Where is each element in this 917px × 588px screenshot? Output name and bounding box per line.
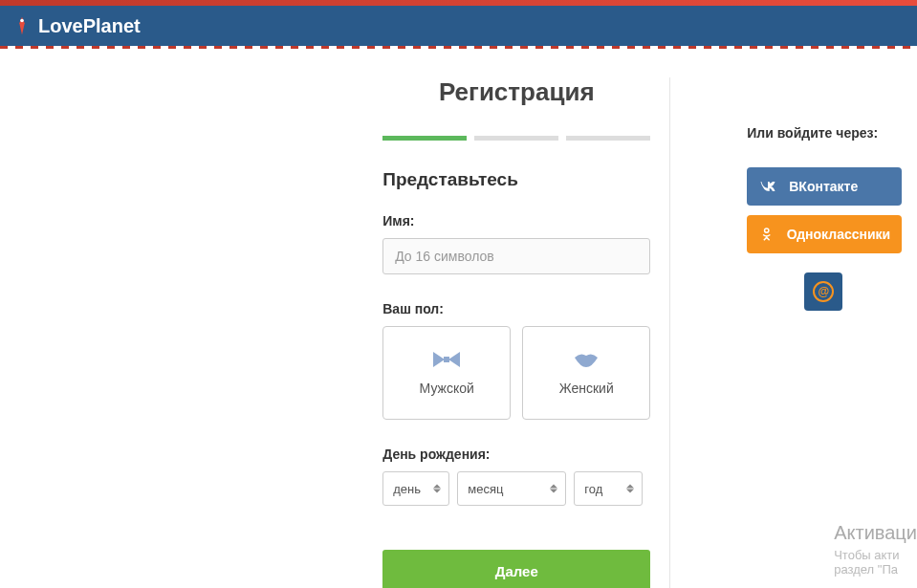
next-button[interactable]: Далее — [382, 550, 650, 588]
vk-label: ВКонтакте — [789, 179, 858, 194]
bowtie-icon — [431, 350, 462, 369]
vk-login-button[interactable]: ВКонтакте — [747, 167, 902, 206]
dob-label: День рождения: — [382, 446, 650, 462]
progress-step-1 — [382, 136, 467, 141]
svg-rect-1 — [444, 357, 449, 362]
progress-steps — [382, 136, 650, 141]
svg-point-2 — [765, 229, 769, 232]
chevron-updown-icon — [626, 485, 634, 493]
month-select[interactable]: месяц — [457, 471, 566, 506]
gender-male-option[interactable]: Мужской — [382, 326, 511, 420]
gender-label: Ваш пол: — [382, 301, 650, 316]
at-icon: @ — [813, 281, 834, 302]
progress-step-3 — [566, 136, 650, 141]
progress-step-2 — [474, 136, 558, 141]
social-login-title: Или войдите через: — [747, 125, 917, 141]
brand-logo[interactable]: LovePlanet — [11, 15, 141, 37]
mailru-login-button[interactable]: @ — [804, 272, 842, 311]
rocket-icon — [11, 15, 33, 36]
gender-male-label: Мужской — [420, 381, 474, 396]
svg-point-0 — [20, 19, 24, 23]
vk-icon — [758, 177, 777, 196]
year-select[interactable]: год — [574, 471, 643, 506]
day-select[interactable]: день — [382, 471, 449, 506]
lips-icon — [571, 350, 601, 369]
gender-female-option[interactable]: Женский — [522, 326, 650, 420]
ok-icon — [758, 225, 775, 244]
ok-label: Одноклассники — [787, 227, 891, 242]
name-input[interactable] — [382, 238, 650, 274]
brand-name: LovePlanet — [38, 15, 141, 37]
name-label: Имя: — [382, 213, 650, 229]
chevron-updown-icon — [433, 485, 441, 493]
gender-female-label: Женский — [559, 381, 614, 396]
ok-login-button[interactable]: Одноклассники — [747, 215, 902, 253]
page-title: Регистрация — [382, 77, 650, 107]
chevron-updown-icon — [550, 485, 557, 493]
site-header: LovePlanet — [0, 6, 917, 46]
windows-watermark: Активаци Чтобы акти раздел "Па — [834, 522, 917, 577]
section-title: Представьтесь — [382, 169, 650, 190]
